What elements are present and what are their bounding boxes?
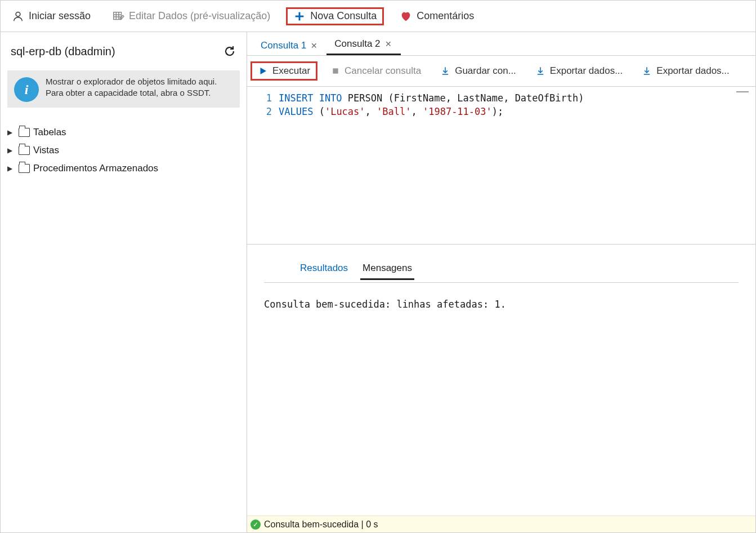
comments-button[interactable]: Comentários: [394, 8, 480, 25]
export1-label: Exportar dados...: [550, 65, 623, 77]
saveas-label: Guardar con...: [455, 65, 516, 77]
code-line-2: VALUES ('Lucas', 'Ball', '1987-11-03');: [279, 105, 584, 118]
signin-button[interactable]: Iniciar sessão: [6, 8, 96, 25]
save-as-button[interactable]: Guardar con...: [435, 63, 522, 79]
tree-item-tables[interactable]: ▶ Tabelas: [6, 123, 241, 141]
folder-icon: [19, 146, 30, 155]
code-line-1: INSERT INTO PERSON (FirstName, LastName,…: [279, 91, 584, 105]
execute-button[interactable]: Executar: [250, 61, 317, 81]
sql-editor[interactable]: 1 2 INSERT INTO PERSON (FirstName, LastN…: [247, 87, 755, 245]
refresh-icon[interactable]: [223, 45, 236, 58]
tab-query-1[interactable]: Consulta 1 ✕: [253, 35, 326, 55]
tab-label: Consulta 2: [334, 38, 380, 50]
content-area: Consulta 1 ✕ Consulta 2 ✕ Executar: [247, 32, 755, 532]
folder-icon: [19, 164, 30, 173]
check-icon: ✓: [250, 519, 261, 530]
info-icon: i: [14, 77, 39, 102]
result-tabs-wrap: Resultados Mensagens: [264, 245, 739, 283]
newquery-label: Nova Consulta: [310, 10, 377, 22]
minimap-indicator: [736, 91, 749, 92]
chevron-right-icon: ▶: [7, 165, 15, 172]
line-number: 1: [247, 91, 272, 105]
svg-rect-9: [333, 68, 338, 73]
signin-label: Iniciar sessão: [29, 10, 91, 22]
code-area[interactable]: INSERT INTO PERSON (FirstName, LastName,…: [279, 87, 584, 244]
result-tabs: Resultados Mensagens: [281, 245, 431, 282]
play-icon: [258, 66, 268, 76]
folder-icon: [19, 128, 30, 137]
line-gutter: 1 2: [247, 87, 279, 244]
table-edit-icon: [112, 10, 124, 23]
tree-label-views: Vistas: [33, 145, 59, 156]
editdata-label: Editar Dados (pré-visualização): [129, 10, 270, 22]
status-bar: ✓ Consulta bem-sucedida | 0 s: [247, 516, 755, 532]
user-icon: [12, 10, 24, 23]
chevron-right-icon: ▶: [7, 128, 15, 136]
messages-body: Consulta bem-sucedida: linhas afetadas: …: [247, 283, 755, 516]
cancel-label: Cancelar consulta: [345, 65, 421, 77]
export2-label: Exportar dados...: [656, 65, 729, 77]
cancel-query-button[interactable]: Cancelar consulta: [325, 63, 427, 79]
tree-label-sprocs: Procedimentos Armazenados: [33, 163, 158, 174]
execute-label: Executar: [272, 65, 310, 77]
stop-icon: [331, 66, 340, 75]
download-icon: [440, 66, 450, 76]
status-text: Consulta bem-sucedida | 0 s: [264, 519, 378, 530]
query-tabs: Consulta 1 ✕ Consulta 2 ✕: [247, 32, 755, 56]
topbar: Iniciar sessão Editar Dados (pré-visuali…: [1, 1, 755, 32]
download-icon: [535, 66, 545, 76]
result-message: Consulta bem-sucedida: linhas afetadas: …: [264, 299, 506, 310]
editor-results-split: 1 2 INSERT INTO PERSON (FirstName, LastN…: [247, 87, 755, 532]
query-toolbar: Executar Cancelar consulta Guardar con..…: [247, 56, 755, 87]
download-icon: [642, 66, 652, 76]
newquery-button[interactable]: Nova Consulta: [286, 7, 384, 25]
tree-item-views[interactable]: ▶ Vistas: [6, 141, 241, 159]
plus-icon: [293, 10, 306, 23]
tree-item-sprocs[interactable]: ▶ Procedimentos Armazenados: [6, 159, 241, 177]
tab-results[interactable]: Resultados: [298, 259, 350, 280]
close-icon[interactable]: ✕: [384, 39, 393, 48]
export-data-button-2[interactable]: Exportar dados...: [636, 63, 735, 79]
main-area: sql-erp-db (dbadmin) i Mostrar o explora…: [1, 32, 755, 532]
export-data-button-1[interactable]: Exportar dados...: [530, 63, 628, 79]
svg-point-0: [16, 12, 20, 16]
object-tree: ▶ Tabelas ▶ Vistas ▶ Procedimentos Armaz…: [1, 112, 247, 189]
line-number: 2: [247, 105, 272, 118]
editdata-button[interactable]: Editar Dados (pré-visualização): [106, 8, 276, 25]
heart-icon: [400, 10, 412, 23]
info-text: Mostrar o explorador de objetos limitado…: [46, 76, 233, 102]
tab-messages[interactable]: Mensagens: [360, 259, 414, 280]
svg-marker-8: [261, 68, 267, 74]
tree-label-tables: Tabelas: [33, 127, 66, 138]
sidebar: sql-erp-db (dbadmin) i Mostrar o explora…: [1, 32, 247, 532]
chevron-right-icon: ▶: [7, 146, 15, 154]
sidebar-header: sql-erp-db (dbadmin): [1, 32, 247, 64]
comments-label: Comentários: [417, 10, 474, 22]
connection-title: sql-erp-db (dbadmin): [11, 45, 115, 58]
info-box: i Mostrar o explorador de objetos limita…: [7, 70, 240, 108]
app-root: Iniciar sessão Editar Dados (pré-visuali…: [0, 0, 756, 533]
results-section: Resultados Mensagens Consulta bem-sucedi…: [247, 245, 755, 532]
close-icon[interactable]: ✕: [310, 41, 319, 50]
tab-label: Consulta 1: [261, 40, 306, 51]
tab-query-2[interactable]: Consulta 2 ✕: [326, 34, 400, 55]
